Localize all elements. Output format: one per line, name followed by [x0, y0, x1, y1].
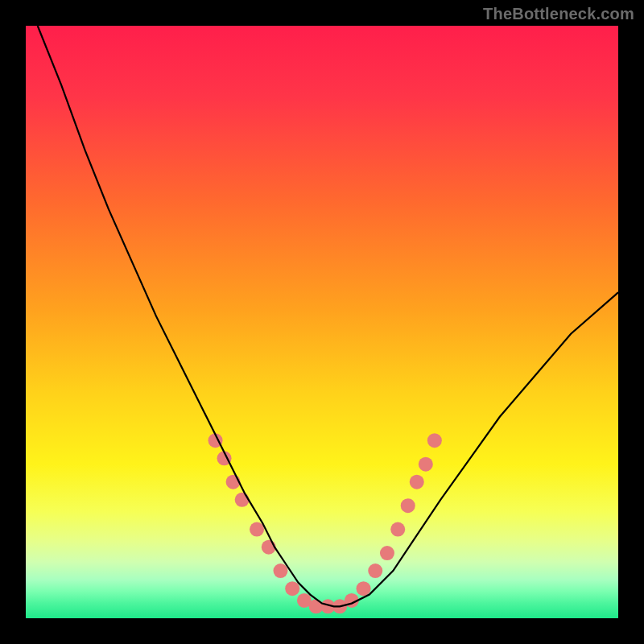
marker-bead: [368, 564, 382, 578]
marker-bead: [380, 546, 394, 560]
watermark-text: TheBottleneck.com: [483, 5, 634, 23]
marker-bead: [427, 433, 442, 448]
marker-bead: [285, 581, 299, 596]
bottleneck-curve: [38, 26, 618, 606]
marker-bead: [390, 522, 405, 537]
plot-area: [26, 26, 618, 618]
curve-layer: [26, 26, 618, 618]
marker-bead: [250, 522, 264, 537]
marker-bead: [410, 475, 424, 489]
marker-bead: [235, 493, 250, 507]
chart-frame: TheBottleneck.com: [0, 0, 644, 644]
marker-bead: [273, 564, 287, 578]
marker-bead: [419, 457, 433, 472]
marker-bead: [357, 581, 371, 596]
marker-bead: [401, 498, 415, 513]
markers-group: [208, 433, 442, 613]
